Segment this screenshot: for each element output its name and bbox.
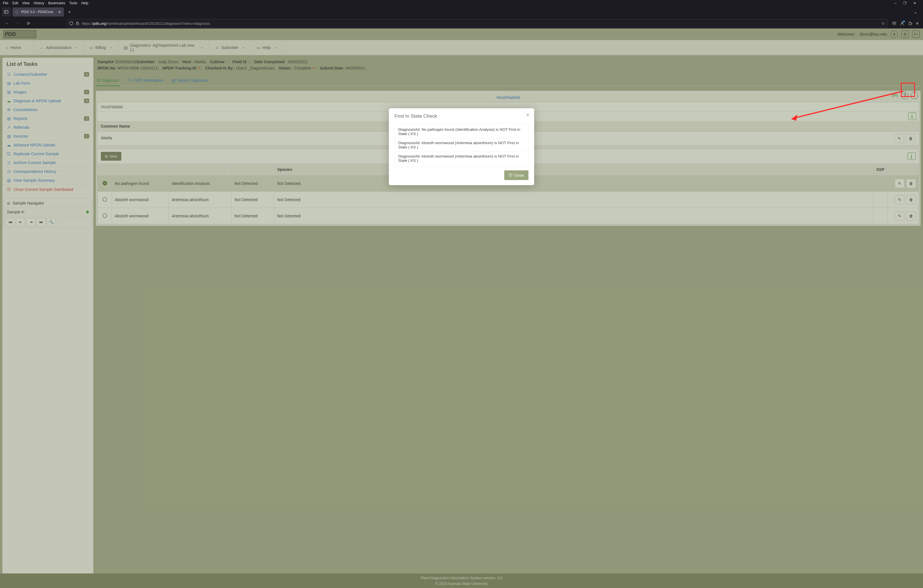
tab-report[interactable]: ▤Report Diagnosis (171, 76, 209, 86)
nav-next-button[interactable]: ⇥ (26, 218, 35, 226)
logout-icon[interactable] (912, 31, 920, 38)
shield-icon[interactable] (69, 21, 73, 26)
sample-nav-title: Sample Navigator (13, 201, 44, 205)
edit-status-icon[interactable]: ✎ (312, 66, 315, 71)
sidebar-item-4[interactable]: ✉Consultations (4, 105, 92, 114)
bookmark-star-icon[interactable]: ☆ (881, 21, 885, 26)
sidebar-item-6[interactable]: ↗Referrals (4, 123, 92, 132)
modal-close-icon[interactable]: ✕ (526, 112, 530, 118)
nav-search-button[interactable]: 🔍 (47, 218, 56, 226)
edit-host-button[interactable]: ✎ (895, 134, 904, 143)
delete-row-button[interactable]: 🗑 (906, 179, 916, 188)
window-close-icon[interactable]: ✕ (913, 1, 916, 5)
archive-icon: ⌸ (7, 160, 11, 165)
nav-administration[interactable]: ⛬Administration (34, 40, 84, 55)
menu-help[interactable]: Help (81, 1, 88, 5)
sidebar-item-label: Reports (13, 116, 27, 121)
sidebar-item-7[interactable]: ▤Invoices1 (4, 132, 92, 141)
tabs-dropdown-icon[interactable]: ⌄ (910, 10, 921, 14)
modal-close-button[interactable]: ⓧClose (504, 170, 529, 180)
nav-home[interactable]: ⌂Home (0, 40, 34, 55)
tab-close-icon[interactable]: ✕ (58, 10, 61, 14)
host-habitat-link[interactable]: Host/Habitat (97, 94, 920, 102)
sidebar-item-10[interactable]: ⌸Archive Current Sample (4, 158, 92, 167)
nav-prev-button[interactable]: ⇤ (16, 218, 25, 226)
back-button[interactable]: ← (3, 21, 11, 26)
nav-diagnostics[interactable]: ▤Diagnostics: AgDepartment Lab new 11 (118, 40, 209, 55)
extensions-icon[interactable] (908, 21, 912, 26)
sidebar-item-11[interactable]: ◷Correspondence History (4, 167, 92, 176)
window-minimize-icon[interactable]: ─ (894, 1, 897, 5)
browser-toolbar: ← → ⟳ https://pdis.org/home/sampledashbo… (0, 18, 923, 29)
svg-rect-1 (5, 10, 6, 13)
delete-row-button[interactable]: 🗑 (906, 211, 916, 220)
sidebar-item-13[interactable]: ⓧClose Current Sample Dashboard (4, 185, 92, 194)
save-host-icon[interactable]: ⭳ (908, 112, 916, 120)
recent-browsing-button[interactable] (2, 7, 11, 16)
user-icon[interactable] (890, 31, 898, 38)
account-icon[interactable] (900, 21, 904, 26)
delete-host-button[interactable]: 🗑 (906, 134, 916, 143)
content-tabs: ⧉Diagnosis ⓘPIPE Information ▤Report Dia… (96, 76, 921, 86)
sidebar-item-5[interactable]: ▤Reports2 (4, 114, 92, 123)
nav-billing[interactable]: ▭Billing (84, 40, 118, 55)
menu-view[interactable]: View (22, 1, 30, 5)
compass-icon: ◎ (7, 201, 10, 205)
svg-rect-5 (904, 34, 906, 35)
menu-file[interactable]: File (3, 1, 8, 5)
sidebar-item-12[interactable]: ▤View Sample Summary (4, 176, 92, 185)
nav-first-button[interactable]: ⏮ (6, 218, 15, 226)
menu-history[interactable]: History (34, 1, 44, 5)
browser-tab[interactable]: ◌ PDIS 3.0 - PDISCore ✕ (13, 7, 64, 16)
svg-rect-2 (76, 23, 79, 25)
upload-cloud-icon[interactable] (891, 92, 899, 99)
reload-button[interactable]: ⟳ (25, 21, 33, 26)
sidebar-item-1[interactable]: ▤Lab Form (4, 79, 92, 88)
nav-help[interactable]: ▭Help (251, 40, 283, 55)
save-diag-icon[interactable]: ⭳ (908, 153, 916, 160)
sidebar-item-2[interactable]: ▤Images1 (4, 88, 92, 97)
lock-icon[interactable] (902, 31, 909, 38)
table-row: Absinth wormwoodArtemisia absinthiumNot … (98, 208, 919, 224)
row-select-radio[interactable] (103, 181, 107, 186)
edit-row-button[interactable]: ✎ (895, 195, 905, 204)
app-menu-icon[interactable]: ≡ (916, 21, 918, 26)
diag-name: Absinth wormwood (112, 208, 169, 224)
upload-icon: ☁ (7, 143, 11, 147)
menu-edit[interactable]: Edit (12, 1, 18, 5)
row-select-radio[interactable] (103, 214, 107, 218)
sidebar-item-label: Lab Form (13, 81, 31, 85)
upload-icon: ☁ (7, 99, 11, 103)
window-restore-icon[interactable]: ❐ (903, 1, 907, 5)
new-tab-button[interactable]: ＋ (66, 8, 74, 16)
tab-diagnosis[interactable]: ⧉Diagnosis (96, 76, 120, 86)
address-bar[interactable]: https://pdis.org/home/sampledashboard/13… (67, 19, 888, 28)
badge: 3 (84, 99, 89, 103)
nav-submitter[interactable]: ☺Submitter (209, 40, 251, 55)
sidebar-item-label: Replicate Current Sample (13, 151, 59, 156)
row-select-radio[interactable] (103, 197, 107, 202)
menu-tools[interactable]: Tools (69, 1, 77, 5)
tab-pipe[interactable]: ⓘPIPE Information (126, 76, 164, 86)
sidebar-item-0[interactable]: ☷Contacts/Submitter4 (4, 70, 92, 79)
sidebar-item-3[interactable]: ☁Diagnosis & NPDN Upload3 (4, 97, 92, 105)
replicate-icon: ⿻ (7, 151, 11, 156)
diag-ssp: Not Detected (274, 208, 874, 224)
sidebar-item-8[interactable]: ☁Advance NPDN Upload (4, 141, 92, 149)
edit-row-button[interactable]: ✎ (895, 211, 905, 220)
menu-bookmarks[interactable]: Bookmarks (48, 1, 65, 5)
nav-last-button[interactable]: ⏭ (36, 218, 46, 226)
tab-title: PDIS 3.0 - PDISCore (21, 10, 53, 14)
new-diagnosis-button[interactable]: ⊞New (101, 152, 122, 161)
form-icon: ▤ (7, 81, 11, 85)
pocket-icon[interactable] (892, 21, 896, 26)
edit-row-button[interactable]: ✎ (895, 179, 905, 188)
diag-species: Not Detected (232, 192, 274, 208)
delete-row-button[interactable]: 🗑 (906, 195, 916, 204)
edit-tracking-icon[interactable]: ✎ (198, 66, 201, 71)
lock-icon[interactable] (76, 21, 79, 26)
pipe-icon: ⓘ (127, 78, 131, 83)
invoices-icon: ▤ (7, 134, 11, 138)
sidebar-item-9[interactable]: ⿻Replicate Current Sample (4, 149, 92, 158)
sidebar-item-label: Contacts/Submitter (13, 72, 47, 77)
